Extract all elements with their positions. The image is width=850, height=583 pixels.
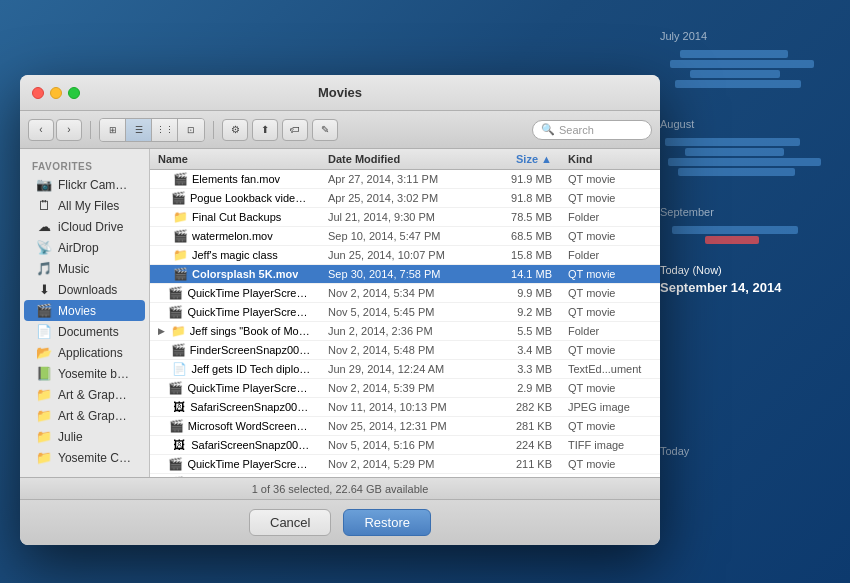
table-row[interactable]: 🖼SafariScreenSnapz001.tifNov 5, 2014, 5:… — [150, 436, 660, 455]
file-type-icon: 🎬 — [171, 343, 186, 357]
file-name: Jeff gets ID Tech diploma — [191, 363, 312, 375]
toolbar: ‹ › ⊞ ☰ ⋮⋮ ⊡ ⚙ ⬆ 🏷 ✎ 🔍 Search — [20, 111, 660, 149]
file-type-icon: 🎬 — [168, 457, 183, 471]
maximize-button[interactable] — [68, 87, 80, 99]
sidebar-item-documents[interactable]: 📄 Documents — [24, 321, 145, 342]
sidebar-item-icloud-drive[interactable]: ☁ iCloud Drive — [24, 216, 145, 237]
view-list-btn[interactable]: ☰ — [126, 119, 152, 141]
minimize-button[interactable] — [50, 87, 62, 99]
table-row[interactable]: 🎬FinderScreenSnapz001.movNov 2, 2014, 5:… — [150, 341, 660, 360]
table-row[interactable]: 🎬QuickTime PlayerScreenSnapz003.movNov 5… — [150, 303, 660, 322]
sidebar-item-yosemite-book[interactable]: 📗 Yosemite book — [24, 363, 145, 384]
file-size: 78.5 MB — [480, 210, 560, 224]
tag-button[interactable]: 🏷 — [282, 119, 308, 141]
view-column-btn[interactable]: ⋮⋮ — [152, 119, 178, 141]
file-size: 68.5 MB — [480, 229, 560, 243]
share-button[interactable]: ⬆ — [252, 119, 278, 141]
col-size-header[interactable]: Size ▲ — [480, 149, 560, 169]
back-button[interactable]: ‹ — [28, 119, 54, 141]
table-row[interactable]: 🎬Pogue Lookback video.movApr 25, 2014, 3… — [150, 189, 660, 208]
table-row[interactable]: 🎬QuickTime PlayerScreenSnapz004.movNov 2… — [150, 379, 660, 398]
status-bar: 1 of 36 selected, 22.64 GB available — [20, 477, 660, 499]
file-date: Apr 25, 2014, 3:02 PM — [320, 191, 480, 205]
edit-tags-button[interactable]: ✎ — [312, 119, 338, 141]
sidebar-item-music[interactable]: 🎵 Music — [24, 258, 145, 279]
col-name-header[interactable]: Name — [150, 149, 320, 169]
file-size: 224 KB — [480, 438, 560, 452]
file-date: Apr 27, 2014, 3:11 PM — [320, 172, 480, 186]
file-kind: QT movie — [560, 343, 660, 357]
file-kind: TextEd...ument — [560, 362, 660, 376]
sidebar-item-text-downloads: Downloads — [58, 283, 117, 297]
art-graphics1-icon: 📁 — [36, 387, 52, 402]
restore-button[interactable]: Restore — [343, 509, 431, 536]
sidebar-item-applications[interactable]: 📂 Applications — [24, 342, 145, 363]
sidebar-item-movies[interactable]: 🎬 Movies — [24, 300, 145, 321]
action-button[interactable]: ⚙ — [222, 119, 248, 141]
file-kind: QT movie — [560, 305, 660, 319]
applications-icon: 📂 — [36, 345, 52, 360]
forward-button[interactable]: › — [56, 119, 82, 141]
table-row[interactable]: 🎬QuickTime PlayerScreenSnapz003.movNov 2… — [150, 284, 660, 303]
sidebar-item-text-music: Music — [58, 262, 89, 276]
sidebar: Favorites 📷 Flickr Camera... 🗒 All My Fi… — [20, 149, 150, 477]
file-date: Jun 29, 2014, 12:24 AM — [320, 362, 480, 376]
view-buttons: ⊞ ☰ ⋮⋮ ⊡ — [99, 118, 205, 142]
cal-month-september: September — [660, 206, 840, 218]
file-name: watermelon.mov — [192, 230, 273, 242]
table-row[interactable]: 📁Final Cut BackupsJul 21, 2014, 9:30 PM7… — [150, 208, 660, 227]
sidebar-item-yosemite-ch0[interactable]: 📁 Yosemite Ch0... — [24, 447, 145, 468]
table-row[interactable]: 🖼SafariScreenSnapz001.jpgNov 11, 2014, 1… — [150, 398, 660, 417]
search-box[interactable]: 🔍 Search — [532, 120, 652, 140]
sidebar-item-text-yosemite-book: Yosemite book — [58, 367, 133, 381]
file-date: Nov 5, 2014, 5:16 PM — [320, 438, 480, 452]
file-name: Microsoft WordScreenSnapz002.mov — [188, 420, 312, 432]
status-text: 1 of 36 selected, 22.64 GB available — [252, 483, 429, 495]
main-area: Favorites 📷 Flickr Camera... 🗒 All My Fi… — [20, 149, 660, 477]
file-date: Nov 2, 2014, 5:29 PM — [320, 457, 480, 471]
col-date-header[interactable]: Date Modified — [320, 149, 480, 169]
file-date: Nov 11, 2014, 10:13 PM — [320, 400, 480, 414]
table-row[interactable]: 🎬Colorsplash 5K.movSep 30, 2014, 7:58 PM… — [150, 265, 660, 284]
table-row[interactable]: 🎬watermelon.movSep 10, 2014, 5:47 PM68.5… — [150, 227, 660, 246]
file-size: 9.9 MB — [480, 286, 560, 300]
file-size: 91.8 MB — [480, 191, 560, 205]
col-kind-header[interactable]: Kind — [560, 149, 660, 169]
nav-buttons: ‹ › — [28, 119, 82, 141]
file-type-icon: 🎬 — [171, 191, 186, 205]
view-coverflow-btn[interactable]: ⊡ — [178, 119, 204, 141]
julie-icon: 📁 — [36, 429, 52, 444]
table-row[interactable]: 🎬QuickTime PlayerScreenSnapz002.movNov 2… — [150, 455, 660, 474]
table-row[interactable]: 📁Jeff's magic classJun 25, 2014, 10:07 P… — [150, 246, 660, 265]
file-name: QuickTime PlayerScreenSnapz004.mov — [187, 382, 312, 394]
file-name: Elements fan.mov — [192, 173, 280, 185]
table-row[interactable]: 🎬Microsoft WordScreenSnapz002.movNov 25,… — [150, 417, 660, 436]
close-button[interactable] — [32, 87, 44, 99]
sidebar-item-flickr-camera[interactable]: 📷 Flickr Camera... — [24, 174, 145, 195]
file-type-icon: 📁 — [172, 210, 188, 224]
table-row[interactable]: 📄Jeff gets ID Tech diplomaJun 29, 2014, … — [150, 360, 660, 379]
sidebar-item-julie[interactable]: 📁 Julie — [24, 426, 145, 447]
file-rows-container: 🎬Elements fan.movApr 27, 2014, 3:11 PM91… — [150, 170, 660, 477]
sidebar-item-airdrop[interactable]: 📡 AirDrop — [24, 237, 145, 258]
sidebar-item-text-airdrop: AirDrop — [58, 241, 99, 255]
sidebar-item-text-julie: Julie — [58, 430, 83, 444]
sidebar-item-art-graphics2[interactable]: 📁 Art & Graphics — [24, 405, 145, 426]
file-kind: TIFF image — [560, 438, 660, 452]
cal-month-july: July 2014 — [660, 30, 840, 42]
file-size: 282 KB — [480, 400, 560, 414]
cancel-button[interactable]: Cancel — [249, 509, 331, 536]
table-row[interactable]: ▶📁Jeff sings "Book of Mormon"Jun 2, 2014… — [150, 322, 660, 341]
file-kind: QT movie — [560, 457, 660, 471]
table-row[interactable]: 🎬Elements fan.movApr 27, 2014, 3:11 PM91… — [150, 170, 660, 189]
sidebar-item-art-graphics1[interactable]: 📁 Art & Graphics — [24, 384, 145, 405]
file-kind: QT movie — [560, 229, 660, 243]
sidebar-item-downloads[interactable]: ⬇ Downloads — [24, 279, 145, 300]
sidebar-item-text-icloud: iCloud Drive — [58, 220, 123, 234]
file-kind: QT movie — [560, 419, 660, 433]
calendar-background: July 2014 August September Today (Now) S… — [650, 0, 850, 583]
sidebar-item-all-my-files[interactable]: 🗒 All My Files — [24, 195, 145, 216]
movies-icon: 🎬 — [36, 303, 52, 318]
view-icon-btn[interactable]: ⊞ — [100, 119, 126, 141]
expand-arrow-icon[interactable]: ▶ — [158, 326, 167, 336]
